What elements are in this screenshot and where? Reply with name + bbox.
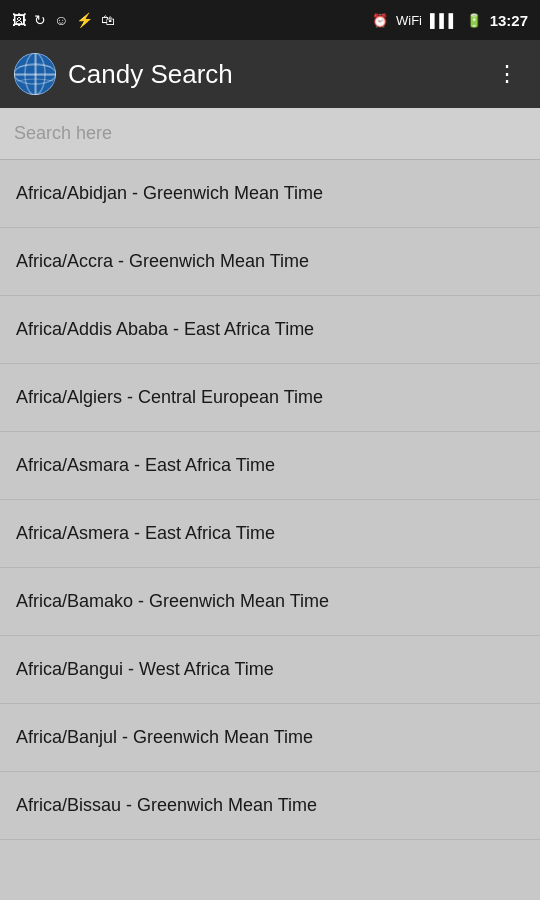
list-item-text: Africa/Asmera - East Africa Time <box>16 523 275 544</box>
list-item[interactable]: Africa/Bamako - Greenwich Mean Time <box>0 568 540 636</box>
globe-svg <box>14 53 56 95</box>
list-item-text: Africa/Bissau - Greenwich Mean Time <box>16 795 317 816</box>
svg-point-1 <box>25 53 45 95</box>
overflow-menu-icon[interactable]: ⋮ <box>488 55 526 93</box>
bag-icon: 🛍 <box>101 12 115 28</box>
list-item[interactable]: Africa/Asmara - East Africa Time <box>0 432 540 500</box>
app-bar: Candy Search ⋮ <box>0 40 540 108</box>
app-bar-left: Candy Search <box>14 53 233 95</box>
list-item[interactable]: Africa/Abidjan - Greenwich Mean Time <box>0 160 540 228</box>
app-globe-icon <box>14 53 56 95</box>
list-item[interactable]: Africa/Bissau - Greenwich Mean Time <box>0 772 540 840</box>
list-item[interactable]: Africa/Asmera - East Africa Time <box>0 500 540 568</box>
list-item[interactable]: Africa/Bangui - West Africa Time <box>0 636 540 704</box>
status-time: 13:27 <box>490 12 528 29</box>
search-bar[interactable] <box>0 108 540 160</box>
list-item[interactable]: Africa/Accra - Greenwich Mean Time <box>0 228 540 296</box>
svg-point-5 <box>14 53 56 95</box>
status-icons-left: 🖼 ↻ ☺ ⚡ 🛍 <box>12 12 115 28</box>
battery-icon: 🔋 <box>466 13 482 28</box>
alarm-icon: ⏰ <box>372 13 388 28</box>
list-container: Africa/Abidjan - Greenwich Mean TimeAfri… <box>0 160 540 900</box>
app-title: Candy Search <box>68 59 233 90</box>
refresh-icon: ↻ <box>34 12 46 28</box>
list-item[interactable]: Africa/Banjul - Greenwich Mean Time <box>0 704 540 772</box>
list-item-text: Africa/Banjul - Greenwich Mean Time <box>16 727 313 748</box>
list-item[interactable]: Africa/Algiers - Central European Time <box>0 364 540 432</box>
app-bar-right[interactable]: ⋮ <box>488 55 526 93</box>
search-input[interactable] <box>14 123 526 144</box>
list-item-text: Africa/Bangui - West Africa Time <box>16 659 274 680</box>
list-item-text: Africa/Bamako - Greenwich Mean Time <box>16 591 329 612</box>
list-item[interactable]: Africa/Addis Ababa - East Africa Time <box>0 296 540 364</box>
smiley-icon: ☺ <box>54 12 68 28</box>
image-icon: 🖼 <box>12 12 26 28</box>
bolt-icon: ⚡ <box>76 12 93 28</box>
list-item-text: Africa/Algiers - Central European Time <box>16 387 323 408</box>
wifi-icon: WiFi <box>396 13 422 28</box>
list-item-text: Africa/Addis Ababa - East Africa Time <box>16 319 314 340</box>
signal-icon: ▌▌▌ <box>430 13 458 28</box>
list-item-text: Africa/Accra - Greenwich Mean Time <box>16 251 309 272</box>
status-bar: 🖼 ↻ ☺ ⚡ 🛍 ⏰ WiFi ▌▌▌ 🔋 13:27 <box>0 0 540 40</box>
status-icons-right: ⏰ WiFi ▌▌▌ 🔋 13:27 <box>372 12 528 29</box>
list-item-text: Africa/Abidjan - Greenwich Mean Time <box>16 183 323 204</box>
list-item-text: Africa/Asmara - East Africa Time <box>16 455 275 476</box>
